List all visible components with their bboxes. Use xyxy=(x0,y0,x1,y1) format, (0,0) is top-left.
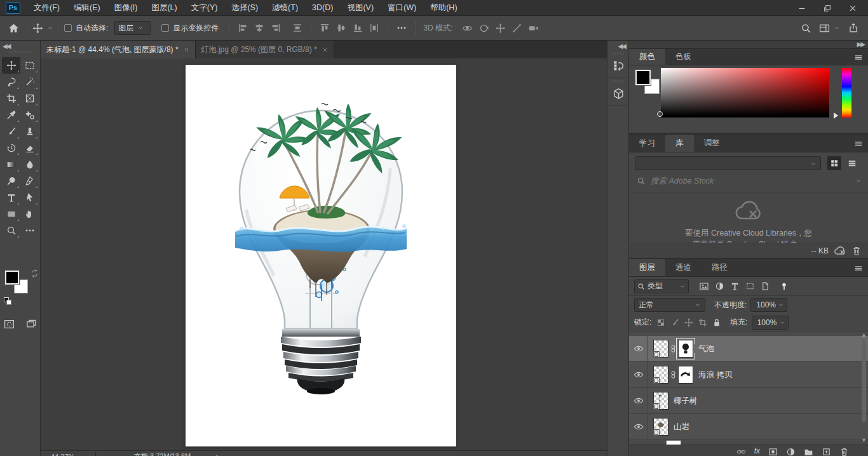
quick-mask-button[interactable] xyxy=(4,319,15,330)
tool-preset[interactable] xyxy=(32,23,53,34)
filter-shape-layers-button[interactable] xyxy=(742,281,757,291)
dodge-tool[interactable] xyxy=(2,173,20,189)
align-middle-button[interactable] xyxy=(333,20,349,36)
marquee-tool[interactable] xyxy=(20,57,39,74)
layer-visibility-toggle[interactable] xyxy=(629,336,648,361)
opacity-field[interactable]: 100% xyxy=(750,298,787,312)
scroll-down-icon[interactable]: ▼ xyxy=(861,437,867,443)
menu-select[interactable]: 选择(S) xyxy=(224,0,265,15)
layer-visibility-toggle[interactable] xyxy=(629,388,648,413)
layer-visibility-toggle[interactable] xyxy=(629,362,648,387)
eyedropper-tool[interactable] xyxy=(2,107,20,123)
layer-thumbnail[interactable] xyxy=(654,340,668,357)
crop-tool[interactable] xyxy=(2,90,20,107)
new-group-icon[interactable] xyxy=(804,447,813,456)
history-panel-button[interactable] xyxy=(610,57,627,74)
layer-name[interactable]: 山岩 xyxy=(674,422,689,433)
align-top-button[interactable] xyxy=(316,20,333,36)
filter-type-dropdown[interactable]: 类型 xyxy=(634,279,689,293)
new-layer-icon[interactable] xyxy=(822,447,831,456)
dock-drag-handle[interactable] xyxy=(612,80,625,83)
restore-button[interactable] xyxy=(815,0,840,16)
layer-row-shanyan[interactable]: 山岩 xyxy=(629,414,868,439)
brush-tool[interactable] xyxy=(2,123,20,140)
lock-position-button[interactable] xyxy=(682,318,696,327)
minimize-button[interactable] xyxy=(789,0,815,16)
menu-3d[interactable]: 3D(D) xyxy=(305,0,340,15)
tab-adjustments[interactable]: 调整 xyxy=(694,135,730,152)
hue-strip[interactable] xyxy=(842,68,851,117)
panel-menu-icon[interactable] xyxy=(854,140,863,149)
show-transform-option[interactable]: 显示变换控件 xyxy=(161,23,219,34)
list-view-button[interactable] xyxy=(845,156,859,170)
search-button[interactable] xyxy=(797,20,814,36)
document-tab-2[interactable]: 灯泡.jpg @ 25% (图层 0, RGB/8) * xyxy=(196,41,334,58)
auto-select-target-dropdown[interactable]: 图层 xyxy=(114,21,151,35)
layer-row-qipao[interactable]: 气泡 xyxy=(629,336,868,361)
align-left-button[interactable] xyxy=(234,20,251,36)
home-button[interactable] xyxy=(5,20,22,36)
filter-type-layers-button[interactable] xyxy=(727,281,742,291)
foreground-color-swatch[interactable] xyxy=(635,70,651,85)
path-select-tool[interactable] xyxy=(20,189,39,206)
clone-stamp-tool[interactable] xyxy=(20,123,39,140)
align-center-h-button[interactable] xyxy=(251,20,268,36)
3d-roll-button[interactable] xyxy=(475,20,492,36)
layer-name[interactable]: 椰子树 xyxy=(674,396,698,406)
adobe-stock-search[interactable]: 搜索 Adobe Stock xyxy=(629,173,868,189)
show-transform-checkbox[interactable] xyxy=(161,24,169,32)
auto-select-option[interactable]: 自动选择: xyxy=(64,23,108,34)
menu-window[interactable]: 窗口(W) xyxy=(381,0,423,15)
menu-layer[interactable]: 图层(L) xyxy=(144,0,184,15)
rectangle-tool[interactable] xyxy=(2,206,20,222)
trash-icon[interactable] xyxy=(851,246,862,256)
panel-menu-icon[interactable] xyxy=(854,264,863,273)
hand-tool[interactable] xyxy=(20,206,39,222)
layer-style-button[interactable]: fx xyxy=(754,447,760,455)
close-tab-icon[interactable] xyxy=(184,47,189,53)
layer-row-yezishu[interactable]: 椰子树 xyxy=(629,388,868,413)
canvas[interactable] xyxy=(186,65,456,446)
pasteboard[interactable]: 44.37% 文档:3.72M/13.6M ▸ xyxy=(41,58,607,456)
spot-healing-tool[interactable] xyxy=(20,107,39,123)
zoom-tool[interactable] xyxy=(2,222,20,239)
layer-name[interactable]: 气泡 xyxy=(698,344,714,354)
menu-help[interactable]: 帮助(H) xyxy=(423,0,464,15)
layer-mask-thumbnail[interactable] xyxy=(679,366,693,383)
lock-transparency-button[interactable] xyxy=(654,318,668,327)
screen-mode-button[interactable] xyxy=(26,319,37,330)
tab-libraries[interactable]: 库 xyxy=(665,135,694,152)
type-tool[interactable] xyxy=(2,189,20,206)
default-colors-icon[interactable] xyxy=(4,297,13,305)
delete-layer-icon[interactable] xyxy=(839,447,849,456)
status-chevron-icon[interactable]: ▸ xyxy=(216,452,220,456)
cc-sync-icon[interactable] xyxy=(834,246,846,256)
expand-dock-button[interactable]: ◀◀ xyxy=(618,43,625,50)
menu-image[interactable]: 图像(I) xyxy=(107,0,145,15)
lasso-tool[interactable] xyxy=(2,74,20,90)
filter-toggle-switch[interactable] xyxy=(776,282,792,291)
pen-tool[interactable] xyxy=(20,173,39,189)
close-button[interactable] xyxy=(840,0,865,16)
library-select-dropdown[interactable] xyxy=(635,156,821,170)
3d-camera-button[interactable] xyxy=(525,20,541,36)
layer-row-hailang[interactable]: 海浪 拷贝 xyxy=(629,362,868,387)
dock-drag-handle[interactable] xyxy=(612,52,625,55)
layer-thumbnail[interactable] xyxy=(654,366,668,383)
saturation-brightness-field[interactable] xyxy=(661,68,829,117)
3d-pan-button[interactable] xyxy=(492,20,508,36)
document-tab-1[interactable]: 未标题-1 @ 44.4% (气泡, 图层蒙版/8) * xyxy=(41,41,196,58)
menu-view[interactable]: 视图(V) xyxy=(340,0,381,15)
tab-paths[interactable]: 路径 xyxy=(702,259,738,276)
color-picker-marker[interactable] xyxy=(657,111,663,117)
blend-mode-dropdown[interactable]: 正常 xyxy=(634,298,705,312)
layer-name[interactable]: 海浪 拷贝 xyxy=(698,370,732,380)
gradient-tool[interactable] xyxy=(2,156,20,173)
more-align-options-button[interactable] xyxy=(393,20,410,36)
align-bottom-button[interactable] xyxy=(349,20,366,36)
new-adjustment-icon[interactable] xyxy=(786,447,796,456)
tab-swatches[interactable]: 色板 xyxy=(665,49,702,65)
layers-scrollbar[interactable]: ▲ ▼ xyxy=(861,333,867,442)
distribute-v-button[interactable] xyxy=(366,20,383,36)
share-button[interactable] xyxy=(845,20,862,36)
